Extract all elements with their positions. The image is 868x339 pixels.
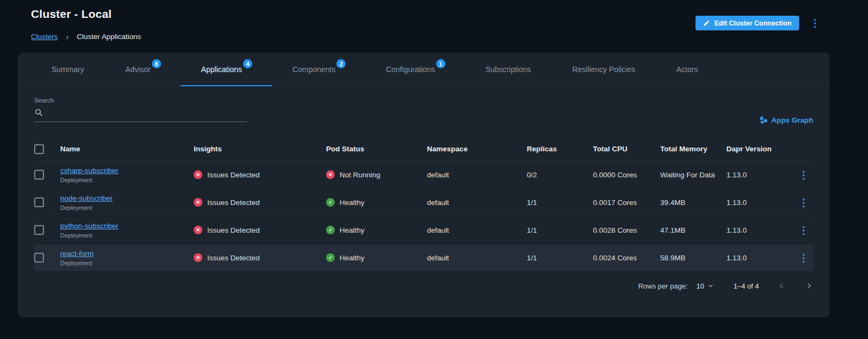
breadcrumb-clusters-link[interactable]: Clusters (31, 33, 58, 41)
row-menu-icon[interactable]: ⋮ (799, 225, 809, 235)
chevron-down-icon (707, 283, 714, 289)
search-icon (34, 108, 43, 117)
table-row: python-subscriber Deployment ✕Issues Det… (34, 216, 813, 244)
tab-badge: 1 (436, 59, 445, 68)
search-field[interactable] (34, 108, 247, 122)
row-menu-icon[interactable]: ⋮ (799, 197, 809, 208)
error-icon: ✕ (194, 226, 202, 234)
dapr-version-cell: 1.13.0 (726, 226, 792, 234)
total-cpu-cell: 0.0000 Cores (593, 171, 660, 179)
breadcrumb-separator-icon: › (66, 32, 69, 41)
pod-status-text: Healthy (340, 226, 365, 234)
column-header-dapr-version: Dapr Version (726, 145, 792, 153)
column-header-name: Name (60, 145, 194, 153)
namespace-cell: default (427, 254, 527, 262)
column-header-insights: Insights (194, 145, 326, 153)
tab-actors[interactable]: Actors (656, 53, 719, 86)
row-menu-icon[interactable]: ⋮ (799, 170, 809, 180)
column-header-total-cpu: Total CPU (593, 145, 660, 153)
total-memory-cell: 58.9MB (660, 254, 726, 262)
tab-label: Components (292, 65, 335, 74)
tab-label: Actors (676, 65, 698, 74)
total-cpu-cell: 0.0024 Cores (593, 254, 660, 262)
app-kind: Deployment (60, 232, 194, 239)
insights-text: Issues Detected (207, 199, 260, 207)
tab-label: Applications (201, 65, 242, 74)
error-icon: ✕ (326, 170, 335, 179)
applications-table: Name Insights Pod Status Namespace Repli… (34, 137, 813, 272)
namespace-cell: default (427, 226, 527, 234)
tab-badge: 4 (243, 59, 252, 68)
apps-graph-icon (760, 116, 768, 124)
app-kind: Deployment (60, 260, 194, 266)
pagination-range: 1–4 of 4 (733, 282, 759, 290)
column-header-total-memory: Total Memory (660, 145, 726, 153)
total-memory-cell: 47.1MB (660, 226, 726, 234)
error-icon: ✕ (194, 170, 202, 179)
error-icon: ✕ (194, 253, 202, 262)
success-icon: ✓ (326, 253, 335, 262)
app-kind: Deployment (60, 177, 194, 183)
insights-text: Issues Detected (207, 254, 260, 262)
select-all-checkbox[interactable] (34, 144, 44, 154)
pagination: Rows per page: 10 1–4 of 4 (34, 282, 813, 290)
previous-page-button[interactable] (777, 282, 786, 290)
tab-badge: 2 (336, 59, 346, 68)
total-cpu-cell: 0.0028 Cores (593, 226, 660, 234)
toolbar: Search Apps Graph (34, 97, 813, 132)
tab-applications[interactable]: Applications 4 (181, 53, 272, 86)
chevron-right-icon (805, 282, 813, 290)
row-checkbox[interactable] (34, 197, 44, 207)
total-memory-cell: Waiting For Data (660, 171, 726, 179)
dapr-version-cell: 1.13.0 (726, 171, 792, 179)
tab-summary[interactable]: Summary (31, 53, 105, 86)
table-row: react-form Deployment ✕Issues Detected ✓… (34, 244, 813, 272)
row-checkbox[interactable] (34, 225, 44, 235)
success-icon: ✓ (326, 226, 335, 234)
app-kind: Deployment (60, 204, 194, 211)
insights-text: Issues Detected (207, 171, 260, 179)
edit-cluster-connection-button[interactable]: Edit Cluster Connection (695, 16, 799, 30)
insights-text: Issues Detected (207, 226, 260, 234)
column-header-namespace: Namespace (427, 145, 527, 153)
replicas-cell: 0/2 (527, 171, 593, 179)
app-name-link[interactable]: csharp-subscriber (60, 167, 118, 175)
namespace-cell: default (427, 171, 527, 179)
row-checkbox[interactable] (34, 253, 44, 263)
tab-advisor[interactable]: Advisor 8 (105, 53, 181, 86)
tab-bar: Summary Advisor 8 Applications 4 Compone… (18, 53, 829, 86)
header-overflow-menu-icon[interactable]: ⋮ (810, 18, 820, 28)
namespace-cell: default (427, 199, 527, 207)
tab-resiliency-policies[interactable]: Resiliency Policies (552, 53, 656, 86)
tab-label: Configurations (386, 65, 435, 74)
row-checkbox[interactable] (34, 170, 44, 180)
tab-label: Advisor (125, 65, 151, 74)
total-memory-cell: 39.4MB (660, 199, 726, 207)
apps-graph-link[interactable]: Apps Graph (760, 116, 813, 124)
column-header-replicas: Replicas (527, 145, 593, 153)
tab-components[interactable]: Components 2 (272, 53, 365, 86)
tab-subscriptions[interactable]: Subscriptions (465, 53, 552, 86)
rows-per-page-select[interactable]: 10 (697, 282, 714, 290)
replicas-cell: 1/1 (527, 254, 593, 262)
tab-badge: 8 (152, 59, 161, 68)
row-menu-icon[interactable]: ⋮ (799, 253, 809, 263)
error-icon: ✕ (194, 198, 202, 207)
app-name-link[interactable]: node-subscriber (60, 194, 113, 202)
app-name-link[interactable]: python-subscriber (60, 222, 118, 230)
main-panel: Summary Advisor 8 Applications 4 Compone… (18, 53, 829, 317)
tab-label: Resiliency Policies (572, 65, 635, 74)
tab-configurations[interactable]: Configurations 1 (365, 53, 464, 86)
search-input[interactable] (49, 108, 247, 117)
tab-label: Subscriptions (486, 65, 531, 74)
apps-graph-label: Apps Graph (771, 116, 813, 124)
chevron-left-icon (777, 282, 786, 290)
total-cpu-cell: 0.0017 Cores (593, 199, 660, 207)
replicas-cell: 1/1 (527, 226, 593, 234)
tab-label: Summary (52, 65, 84, 74)
replicas-cell: 1/1 (527, 199, 593, 207)
app-name-link[interactable]: react-form (60, 250, 94, 258)
success-icon: ✓ (326, 198, 335, 207)
next-page-button[interactable] (805, 282, 813, 290)
pod-status-text: Healthy (340, 254, 365, 262)
